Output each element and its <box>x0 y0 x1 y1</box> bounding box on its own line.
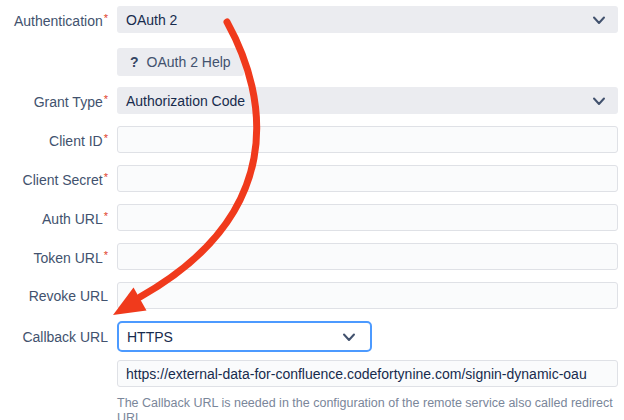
field-row-auth-url: Auth URL* <box>0 204 618 231</box>
grant-type-label-text: Grant Type <box>34 94 103 110</box>
oauth-settings-form: Authentication* OAuth 2 ? OAuth 2 Help G… <box>0 0 624 420</box>
authentication-label: Authentication* <box>0 10 108 29</box>
callback-url-label: Callback URL <box>0 329 108 345</box>
help-button-row: ? OAuth 2 Help <box>0 48 618 76</box>
field-row-token-url: Token URL* <box>0 243 618 270</box>
field-row-client-secret: Client Secret* <box>0 165 618 192</box>
revoke-url-label-text: Revoke URL <box>29 288 108 304</box>
oauth2-help-button-label: OAuth 2 Help <box>147 54 231 70</box>
grant-type-label: Grant Type* <box>0 91 108 110</box>
required-asterisk: * <box>104 12 108 24</box>
callback-url-label-text: Callback URL <box>22 329 108 345</box>
callback-url-scheme-value: HTTPS <box>127 329 173 345</box>
authentication-select-value: OAuth 2 <box>126 12 177 28</box>
field-row-grant-type: Grant Type* Authorization Code <box>0 87 618 114</box>
callback-url-value-row <box>0 360 618 387</box>
revoke-url-input[interactable] <box>117 282 618 309</box>
callback-url-input[interactable] <box>117 360 618 387</box>
client-secret-label: Client Secret* <box>0 169 108 188</box>
client-secret-input[interactable] <box>117 165 618 192</box>
required-asterisk: * <box>104 132 108 144</box>
callback-url-scheme-select[interactable]: HTTPS <box>117 321 372 352</box>
callback-url-help-text: The Callback URL is needed in the config… <box>117 396 618 420</box>
grant-type-select-value: Authorization Code <box>126 93 245 109</box>
token-url-label: Token URL* <box>0 247 108 266</box>
token-url-input[interactable] <box>117 243 618 270</box>
client-id-label: Client ID* <box>0 130 108 149</box>
callback-url-hint-row: The Callback URL is needed in the config… <box>0 396 618 420</box>
required-asterisk: * <box>104 171 108 183</box>
auth-url-label: Auth URL* <box>0 208 108 227</box>
chevron-down-icon <box>342 333 356 342</box>
authentication-label-text: Authentication <box>14 13 103 29</box>
token-url-label-text: Token URL <box>33 250 102 266</box>
required-asterisk: * <box>104 93 108 105</box>
field-row-callback-url: Callback URL HTTPS <box>0 321 618 352</box>
field-row-client-id: Client ID* <box>0 126 618 153</box>
question-mark-icon: ? <box>130 54 139 70</box>
chevron-down-icon <box>592 97 606 106</box>
grant-type-select[interactable]: Authorization Code <box>117 87 618 114</box>
client-id-input[interactable] <box>117 126 618 153</box>
required-asterisk: * <box>104 249 108 261</box>
auth-url-input[interactable] <box>117 204 618 231</box>
client-secret-label-text: Client Secret <box>23 172 103 188</box>
field-row-authentication: Authentication* OAuth 2 <box>0 6 618 33</box>
revoke-url-label: Revoke URL <box>0 288 108 304</box>
field-row-revoke-url: Revoke URL <box>0 282 618 309</box>
oauth2-help-button[interactable]: ? OAuth 2 Help <box>117 48 244 76</box>
auth-url-label-text: Auth URL <box>42 211 103 227</box>
authentication-select[interactable]: OAuth 2 <box>117 6 618 33</box>
client-id-label-text: Client ID <box>49 133 103 149</box>
chevron-down-icon <box>592 16 606 25</box>
required-asterisk: * <box>104 210 108 222</box>
